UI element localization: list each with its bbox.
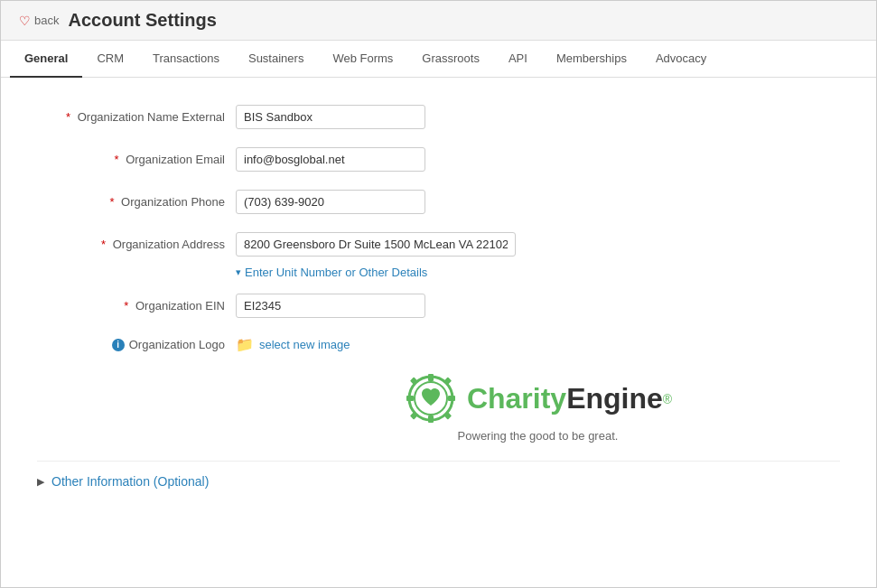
required-star-email: *	[114, 153, 118, 166]
tabs-bar: General CRM Transactions Sustainers Web …	[1, 41, 876, 78]
required-star-phone: *	[109, 195, 114, 209]
org-email-label: * Organization Email	[37, 153, 236, 166]
page-title: Account Settings	[68, 10, 216, 31]
tab-sustainers[interactable]: Sustainers	[234, 41, 318, 78]
org-phone-row: * Organization Phone	[37, 190, 840, 214]
tab-api[interactable]: API	[494, 41, 542, 78]
logo-graphic: CharityEngine®	[404, 371, 672, 425]
app-window: ♡ back Account Settings General CRM Tran…	[0, 0, 877, 588]
tab-general[interactable]: General	[10, 41, 82, 78]
org-name-label: * Organization Name External	[37, 110, 236, 124]
back-text: back	[34, 14, 59, 27]
svg-rect-2	[428, 415, 434, 423]
tab-grassroots[interactable]: Grassroots	[407, 41, 494, 78]
tab-transactions[interactable]: Transactions	[138, 41, 234, 78]
org-ein-row: * Organization EIN	[37, 294, 840, 318]
org-name-input[interactable]	[236, 105, 425, 129]
gear-heart-icon	[404, 371, 458, 425]
tab-advocacy[interactable]: Advocacy	[641, 41, 721, 78]
select-image-link[interactable]: 📁 select new image	[236, 336, 350, 353]
optional-section: ▶ Other Information (Optional)	[37, 461, 840, 501]
enter-unit-link[interactable]: ▾ Enter Unit Number or Other Details	[236, 266, 840, 279]
org-email-input[interactable]	[236, 147, 425, 172]
info-icon[interactable]: i	[112, 339, 125, 351]
back-link[interactable]: ♡ back	[19, 14, 59, 28]
required-star-address: *	[101, 238, 106, 251]
org-address-input[interactable]	[236, 232, 516, 257]
optional-header[interactable]: ▶ Other Information (Optional)	[37, 474, 840, 489]
svg-rect-7	[410, 411, 418, 419]
tab-web-forms[interactable]: Web Forms	[318, 41, 407, 78]
header: ♡ back Account Settings	[1, 1, 876, 41]
org-email-row: * Organization Email	[37, 147, 840, 172]
org-ein-label: * Organization EIN	[37, 299, 236, 313]
tab-crm[interactable]: CRM	[82, 41, 138, 78]
required-star: *	[66, 110, 70, 124]
folder-icon: 📁	[236, 336, 254, 353]
tagline: Powering the good to be great.	[458, 429, 619, 443]
tab-memberships[interactable]: Memberships	[542, 41, 641, 78]
org-logo-row: i Organization Logo 📁 select new image	[37, 336, 840, 353]
required-star-ein: *	[124, 299, 128, 313]
chevron-down-icon: ▾	[236, 266, 241, 278]
org-ein-input[interactable]	[236, 294, 425, 318]
content-area: * Organization Name External * Organizat…	[1, 78, 876, 587]
svg-rect-4	[448, 396, 455, 401]
svg-rect-3	[406, 396, 414, 401]
org-phone-input[interactable]	[236, 190, 425, 214]
org-phone-label: * Organization Phone	[37, 195, 236, 209]
svg-rect-5	[410, 377, 418, 385]
brand-name: CharityEngine®	[467, 382, 672, 415]
org-logo-label: i Organization Logo	[37, 338, 236, 351]
svg-rect-6	[443, 377, 452, 385]
svg-rect-1	[428, 374, 434, 381]
org-address-row: * Organization Address	[37, 232, 840, 257]
org-address-label: * Organization Address	[37, 238, 236, 251]
org-name-row: * Organization Name External	[37, 105, 840, 129]
chevron-right-icon: ▶	[37, 476, 44, 488]
heart-icon: ♡	[19, 14, 31, 28]
svg-rect-8	[443, 411, 452, 419]
charity-engine-logo: CharityEngine® Powering the good to be g…	[236, 371, 840, 443]
logo-display: CharityEngine® Powering the good to be g…	[236, 371, 840, 443]
